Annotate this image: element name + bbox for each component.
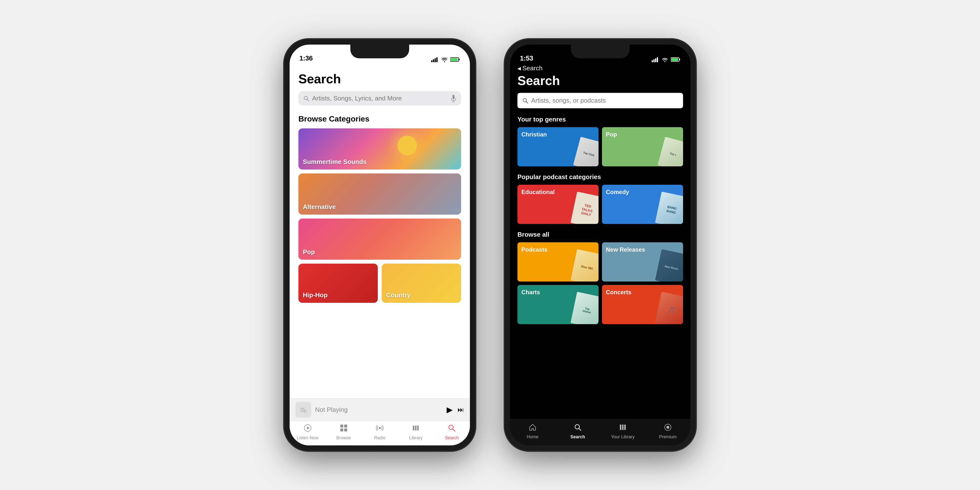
spotify-app: ◂ Search Search Your top genres bbox=[510, 64, 690, 445]
card-educational[interactable]: Educational TEDTALKSDAILY bbox=[517, 185, 598, 224]
card-christian[interactable]: Christian Top Club bbox=[517, 127, 598, 166]
category-summertime[interactable]: Summertime Sounds bbox=[298, 128, 461, 170]
svg-rect-25 bbox=[415, 426, 417, 431]
sp-search-tab-icon bbox=[574, 423, 581, 433]
search-icon bbox=[303, 95, 309, 102]
radio-icon bbox=[376, 424, 384, 434]
card-concerts-label: Concerts bbox=[606, 289, 632, 296]
category-half-row: Hip-Hop Country bbox=[298, 264, 461, 303]
christian-art: Top Club bbox=[573, 137, 598, 166]
svg-rect-42 bbox=[624, 425, 626, 430]
sp-page-title: Search bbox=[517, 73, 683, 88]
card-charts-label: Charts bbox=[521, 289, 540, 296]
sp-search-input[interactable] bbox=[531, 97, 678, 104]
sp-tab-premium[interactable]: Premium bbox=[645, 423, 690, 439]
spotify-phone: 1:53 bbox=[505, 39, 696, 451]
play-button[interactable]: ▶ bbox=[447, 405, 453, 414]
apple-music-phone: 1:36 bbox=[284, 39, 475, 451]
svg-rect-19 bbox=[340, 425, 343, 428]
search-tab-icon bbox=[448, 424, 456, 434]
svg-rect-21 bbox=[340, 428, 343, 431]
category-label-alternative: Alternative bbox=[303, 203, 336, 211]
svg-rect-32 bbox=[657, 57, 658, 62]
category-pop[interactable]: Pop bbox=[298, 218, 461, 260]
svg-rect-6 bbox=[451, 58, 458, 61]
svg-marker-18 bbox=[307, 426, 310, 430]
charts-art: TopGlobal bbox=[571, 292, 598, 324]
library-icon bbox=[412, 424, 420, 434]
tab-listen-now[interactable]: Listen Now bbox=[290, 424, 326, 441]
card-podcasts[interactable]: Podcasts Disc 591 bbox=[517, 242, 598, 282]
podcasts-art: Disc 591 bbox=[571, 249, 598, 282]
svg-rect-35 bbox=[671, 58, 678, 61]
category-list: Summertime Sounds Alternative Pop Hip-Ho… bbox=[298, 128, 461, 303]
browse-all-grid: Podcasts Disc 591 New Releases New Music… bbox=[517, 242, 683, 324]
apple-music-screen: 1:36 bbox=[290, 45, 470, 445]
wifi-icon-sp bbox=[662, 57, 668, 62]
category-alternative[interactable]: Alternative bbox=[298, 173, 461, 215]
back-button[interactable]: ◂ Search bbox=[510, 64, 690, 72]
back-label: Search bbox=[522, 64, 542, 72]
svg-line-37 bbox=[526, 102, 528, 103]
tab-radio[interactable]: Radio bbox=[362, 424, 398, 441]
am-search-input[interactable] bbox=[312, 95, 448, 102]
svg-rect-30 bbox=[654, 59, 655, 62]
svg-rect-5 bbox=[459, 59, 460, 60]
tab-search[interactable]: Search bbox=[434, 424, 470, 441]
svg-point-44 bbox=[667, 426, 669, 429]
sp-tab-library-label: Your Library bbox=[611, 434, 635, 439]
new-releases-art: New Music bbox=[655, 249, 683, 282]
browse-all-title: Browse all bbox=[517, 231, 683, 239]
card-new-releases[interactable]: New Releases New Music bbox=[602, 242, 683, 282]
pop-art: Top L bbox=[657, 137, 683, 166]
library-icon-sp bbox=[619, 423, 627, 433]
home-icon bbox=[529, 423, 536, 433]
mic-icon[interactable] bbox=[451, 95, 456, 102]
card-charts[interactable]: Charts TopGlobal bbox=[517, 285, 598, 324]
svg-rect-0 bbox=[431, 60, 433, 62]
category-country[interactable]: Country bbox=[382, 264, 461, 303]
sp-tab-home[interactable]: Home bbox=[510, 423, 555, 439]
category-label-hiphop: Hip-Hop bbox=[303, 291, 328, 299]
tab-library[interactable]: Library bbox=[398, 424, 434, 441]
tab-library-label: Library bbox=[409, 435, 423, 441]
svg-rect-20 bbox=[344, 425, 347, 428]
battery-icon bbox=[450, 57, 460, 62]
skip-button[interactable]: ⏭ bbox=[458, 406, 464, 414]
now-playing-controls: ▶ ⏭ bbox=[447, 405, 464, 414]
sp-search-container[interactable] bbox=[517, 93, 683, 108]
card-comedy-label: Comedy bbox=[606, 189, 629, 196]
battery-icon-sp bbox=[671, 57, 681, 62]
svg-line-8 bbox=[307, 99, 309, 101]
sp-tab-premium-label: Premium bbox=[659, 434, 677, 439]
tab-search-label: Search bbox=[445, 435, 459, 441]
status-icons-sp bbox=[652, 57, 681, 62]
status-time-sp: 1:53 bbox=[520, 54, 533, 62]
now-playing-bar[interactable]: Not Playing ▶ ⏭ bbox=[290, 398, 470, 421]
tab-browse[interactable]: Browse bbox=[326, 424, 362, 441]
svg-rect-40 bbox=[620, 425, 621, 430]
svg-rect-3 bbox=[436, 57, 438, 62]
notch-sp bbox=[571, 45, 630, 58]
apple-music-app: Search Browse Categories bbox=[290, 64, 470, 445]
listen-now-icon bbox=[304, 424, 312, 434]
sp-tab-search-label: Search bbox=[570, 434, 585, 439]
podcast-section-title: Popular podcast categories bbox=[517, 173, 683, 181]
card-educational-label: Educational bbox=[521, 189, 555, 196]
svg-line-28 bbox=[453, 429, 455, 431]
card-podcasts-label: Podcasts bbox=[521, 246, 547, 253]
top-genres-grid: Christian Top Club Pop Top L bbox=[517, 127, 683, 166]
svg-line-39 bbox=[579, 428, 581, 431]
chevron-left-icon: ◂ bbox=[517, 64, 521, 72]
card-pop[interactable]: Pop Top L bbox=[602, 127, 683, 166]
sp-tab-library[interactable]: Your Library bbox=[600, 423, 645, 439]
am-content-area: Search Browse Categories bbox=[290, 64, 470, 398]
svg-point-16 bbox=[304, 410, 306, 412]
tab-radio-label: Radio bbox=[374, 435, 385, 441]
sp-tab-search[interactable]: Search bbox=[555, 423, 600, 439]
card-comedy[interactable]: Comedy BANGBANG bbox=[602, 185, 683, 224]
am-search-container[interactable] bbox=[298, 91, 461, 106]
status-icons bbox=[431, 57, 460, 62]
card-concerts[interactable]: Concerts 🎵 bbox=[602, 285, 683, 324]
category-hiphop[interactable]: Hip-Hop bbox=[298, 264, 378, 303]
